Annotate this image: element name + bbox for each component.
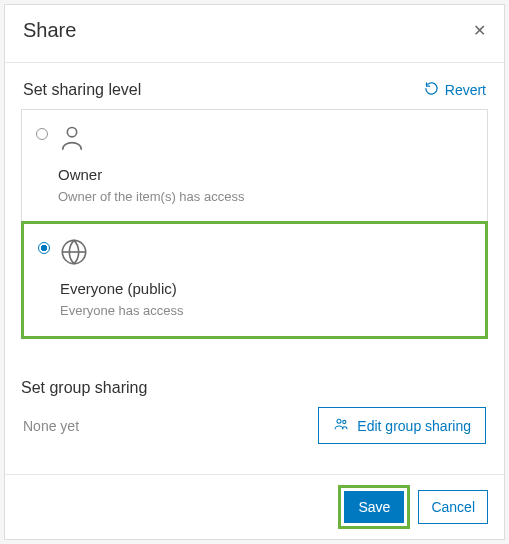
globe-icon (60, 238, 184, 270)
dialog-header: Share ✕ (5, 5, 504, 62)
radio-everyone[interactable] (38, 242, 50, 254)
sharing-level-heading: Set sharing level (23, 81, 141, 99)
group-sharing-row: None yet Edit group sharing (21, 397, 488, 444)
group-icon (333, 416, 349, 435)
option-everyone-label: Everyone (public) (60, 280, 184, 297)
option-owner-label: Owner (58, 166, 244, 183)
dialog-footer: Save Cancel (5, 474, 504, 539)
radio-owner[interactable] (36, 128, 48, 140)
group-sharing-section: Set group sharing None yet Edit group sh… (21, 339, 488, 444)
sharing-level-header: Set sharing level Revert (21, 63, 488, 109)
edit-group-sharing-button[interactable]: Edit group sharing (318, 407, 486, 444)
option-owner-content: Owner Owner of the item(s) has access (58, 124, 244, 204)
revert-icon (424, 81, 439, 99)
edit-group-label: Edit group sharing (357, 418, 471, 434)
group-sharing-heading: Set group sharing (21, 379, 488, 397)
svg-point-3 (343, 420, 346, 423)
save-highlight: Save (338, 485, 410, 529)
group-sharing-empty: None yet (23, 418, 79, 434)
option-everyone[interactable]: Everyone (public) Everyone has access (21, 221, 488, 339)
close-icon[interactable]: ✕ (473, 23, 486, 39)
revert-button[interactable]: Revert (424, 81, 486, 99)
svg-point-0 (67, 128, 76, 137)
dialog-title: Share (23, 19, 76, 42)
dialog-body: Set sharing level Revert (5, 62, 504, 474)
svg-point-2 (337, 419, 341, 423)
cancel-button[interactable]: Cancel (418, 490, 488, 524)
option-owner[interactable]: Owner Owner of the item(s) has access (22, 110, 487, 222)
save-button[interactable]: Save (344, 491, 404, 523)
option-everyone-content: Everyone (public) Everyone has access (60, 238, 184, 318)
sharing-options: Owner Owner of the item(s) has access Ev… (21, 109, 488, 339)
revert-label: Revert (445, 82, 486, 98)
person-icon (58, 124, 244, 156)
option-owner-desc: Owner of the item(s) has access (58, 189, 244, 204)
share-dialog: Share ✕ Set sharing level Revert (4, 4, 505, 540)
option-everyone-desc: Everyone has access (60, 303, 184, 318)
